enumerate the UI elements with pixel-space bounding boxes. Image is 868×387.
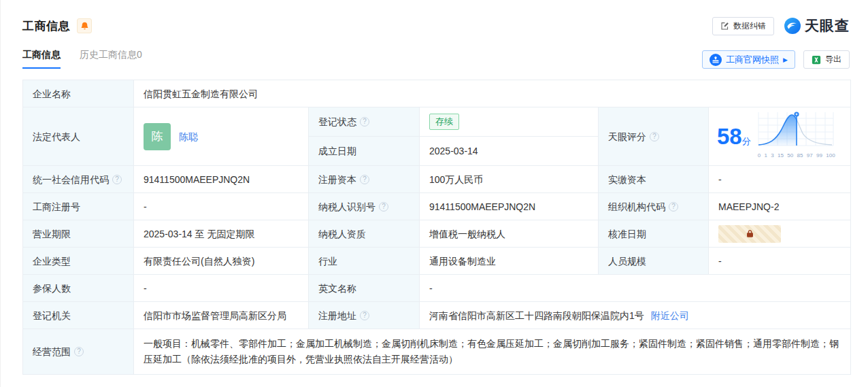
official-snapshot-label: 工商官网快照	[726, 54, 779, 66]
reg-authority-label: 登记机关	[23, 302, 134, 329]
legal-rep-cell: 陈 陈聪	[134, 107, 309, 165]
stamp-icon	[710, 54, 722, 66]
taxpayer-id-label-cell: 纳税人识别号 ?	[309, 193, 420, 220]
brand-logo[interactable]: 天眼查	[784, 16, 850, 35]
reg-authority-value: 信阳市市场监督管理局高新区分局	[134, 302, 309, 329]
org-code-label-cell: 组织机构代码 ?	[599, 193, 709, 220]
approved-date-label: 核准日期	[599, 220, 709, 247]
panel-header: 工商信息 数据纠错 天眼查	[22, 16, 850, 35]
data-correction-button[interactable]: 数据纠错	[712, 17, 774, 35]
business-scope-label: 经营范围	[33, 345, 71, 358]
brand-logo-icon	[784, 17, 801, 35]
company-type-value: 有限责任公司(自然人独资)	[134, 248, 309, 274]
taxpayer-quality-label: 纳税人资质	[309, 220, 420, 247]
score-label: 天眼评分	[608, 130, 646, 144]
avatar[interactable]: 陈	[144, 123, 171, 150]
reg-status-label: 登记状态	[318, 115, 356, 129]
bell-icon	[80, 22, 89, 31]
english-name-value: -	[420, 275, 850, 301]
business-info-panel: 工商信息 数据纠错 天眼查 工商信息 历史工商信息0	[1, 0, 868, 375]
table-row: 营业期限 2025-03-14 至 无固定期限 纳税人资质 增值税一般纳税人 核…	[23, 220, 850, 248]
tab-history-business-info[interactable]: 历史工商信息0	[80, 49, 142, 69]
legal-rep-label: 法定代表人	[23, 107, 134, 165]
tab-bar-actions: 工商官网快照 ▶ 导出	[702, 50, 850, 69]
insured-count-label: 参保人数	[23, 275, 134, 301]
page-title: 工商信息	[22, 18, 70, 34]
business-scope-value: 一般项目：机械零件、零部件加工；金属加工机械制造；金属切削机床制造；有色金属压延…	[134, 329, 850, 374]
excel-icon	[812, 55, 821, 65]
nearby-companies-link[interactable]: 附近公司	[651, 309, 689, 322]
reg-status-label-cell: 登记状态 ?	[309, 107, 420, 136]
business-info-table: 企业名称 信阳贯虹五金制造有限公司 法定代表人 陈 陈聪 登记状态 ? 存续	[22, 80, 851, 375]
taxpayer-quality-value: 增值税一般纳税人	[420, 220, 599, 247]
table-row: 登记状态 ? 存续	[309, 107, 598, 137]
credit-code-value: 91411500MAEEPJNQ2N	[134, 166, 309, 192]
paid-capital-label: 实缴资本	[599, 166, 709, 192]
help-icon[interactable]: ?	[112, 175, 122, 184]
credit-code-label-cell: 统一社会信用代码 ?	[23, 166, 134, 192]
status-date-subgrid: 登记状态 ? 存续 成立日期 2025-03-14	[309, 107, 599, 165]
tabs: 工商信息 历史工商信息0	[22, 49, 142, 69]
table-row: 参保人数 - 英文名称 -	[23, 275, 850, 302]
score-chart-ticks: 0131550859799100	[757, 149, 836, 163]
help-icon[interactable]: ?	[650, 132, 659, 141]
table-row: 法定代表人 陈 陈聪 登记状态 ? 存续 成立日期 2025-03-14	[23, 107, 850, 166]
score-unit: 分	[742, 136, 751, 146]
business-term-label: 营业期限	[23, 220, 134, 247]
tab-business-info[interactable]: 工商信息	[22, 49, 61, 69]
business-scope-label-cell: 经营范围 ?	[23, 329, 134, 374]
official-snapshot-button[interactable]: 工商官网快照 ▶	[702, 50, 795, 69]
reg-address-value: 河南省信阳市高新区工十四路南段朝阳保温院内1号	[429, 309, 644, 322]
table-row: 经营范围 ? 一般项目：机械零件、零部件加工；金属加工机械制造；金属切削机床制造…	[23, 329, 850, 374]
tab-bar: 工商信息 历史工商信息0 工商官网快照 ▶ 导出	[22, 49, 850, 69]
help-icon[interactable]: ?	[74, 347, 84, 356]
lock-icon	[746, 229, 754, 238]
staff-size-value: -	[709, 248, 850, 274]
brand-name: 天眼查	[805, 16, 850, 35]
taxpayer-id-value: 91411500MAEEPJNQ2N	[420, 193, 599, 220]
header-actions: 数据纠错 天眼查	[712, 16, 850, 35]
org-code-value: MAEEPJNQ-2	[709, 193, 850, 220]
taxpayer-id-label: 纳税人识别号	[318, 200, 375, 214]
est-date-value: 2025-03-14	[420, 137, 599, 165]
company-name-label: 企业名称	[23, 80, 134, 107]
credit-code-label: 统一社会信用代码	[33, 173, 109, 186]
english-name-label: 英文名称	[309, 275, 420, 301]
export-label: 导出	[825, 54, 841, 65]
help-icon[interactable]: ?	[669, 202, 678, 212]
insured-count-value: -	[134, 275, 309, 301]
legal-rep-link[interactable]: 陈聪	[179, 130, 198, 144]
help-icon[interactable]: ?	[379, 202, 388, 212]
table-row: 统一社会信用代码 ? 91411500MAEEPJNQ2N 注册资本 ? 100…	[23, 166, 850, 193]
reg-address-label-cell: 注册地址 ?	[309, 302, 420, 329]
score-chart: 0131550859799100	[757, 110, 836, 163]
staff-size-label: 人员规模	[599, 248, 709, 274]
data-correction-label: 数据纠错	[733, 20, 766, 32]
reg-number-label: 工商注册号	[23, 193, 134, 220]
business-term-value: 2025-03-14 至 无固定期限	[134, 220, 309, 247]
est-date-label: 成立日期	[309, 137, 420, 165]
status-badge: 存续	[429, 114, 459, 130]
score-label-cell: 天眼评分 ?	[599, 107, 709, 165]
table-row: 工商注册号 - 纳税人识别号 ? 91411500MAEEPJNQ2N 组织机构…	[23, 193, 850, 220]
table-row: 登记机关 信阳市市场监督管理局高新区分局 注册地址 ? 河南省信阳市高新区工十四…	[23, 302, 850, 329]
arrow-right-icon: ▶	[783, 56, 788, 63]
score-cell[interactable]: 58分	[709, 107, 850, 165]
industry-label: 行业	[309, 248, 420, 274]
locked-value[interactable]	[718, 225, 781, 243]
paid-capital-value: -	[709, 166, 850, 192]
company-name-value: 信阳贯虹五金制造有限公司	[134, 80, 850, 107]
help-icon[interactable]: ?	[360, 175, 369, 184]
table-row: 企业类型 有限责任公司(自然人独资) 行业 通用设备制造业 人员规模 -	[23, 248, 850, 275]
help-icon[interactable]: ?	[360, 311, 369, 320]
correction-icon	[720, 22, 729, 31]
reg-capital-value: 100万人民币	[420, 166, 599, 192]
export-button[interactable]: 导出	[803, 50, 850, 69]
reg-address-cell: 河南省信阳市高新区工十四路南段朝阳保温院内1号 附近公司	[420, 302, 850, 329]
reg-number-value: -	[134, 193, 309, 220]
notification-bell-badge[interactable]	[77, 18, 92, 33]
help-icon[interactable]: ?	[360, 117, 369, 127]
reg-capital-label-cell: 注册资本 ?	[309, 166, 420, 192]
score-value: 58	[717, 124, 742, 149]
industry-value: 通用设备制造业	[420, 248, 599, 274]
